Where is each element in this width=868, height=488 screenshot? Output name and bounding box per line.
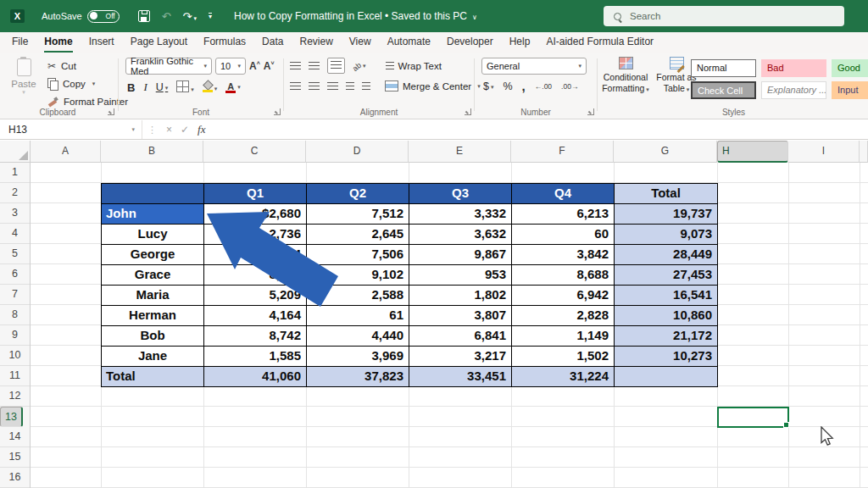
- column-header-g[interactable]: G: [614, 141, 717, 163]
- table-cell-value[interactable]: 3,842: [512, 245, 615, 265]
- table-cell-value[interactable]: 5,209: [204, 286, 307, 306]
- row-header-1[interactable]: 1: [0, 163, 30, 183]
- column-header-h[interactable]: H: [717, 141, 788, 163]
- table-header-q4[interactable]: Q4: [512, 184, 615, 204]
- customize-toolbar-icon[interactable]: ▾: [209, 13, 212, 19]
- column-header-a[interactable]: A: [31, 141, 101, 163]
- row-header-5[interactable]: 5: [0, 244, 30, 264]
- row-header-15[interactable]: 15: [0, 447, 30, 468]
- table-cell-total[interactable]: 10,860: [615, 306, 718, 326]
- redo-icon[interactable]: ↷ ▾: [183, 10, 197, 23]
- table-cell-value[interactable]: 8,742: [204, 326, 307, 347]
- row-header-9[interactable]: 9: [0, 325, 30, 346]
- table-cell-name-lucy[interactable]: Lucy: [102, 225, 204, 245]
- row-header-7[interactable]: 7: [0, 285, 30, 305]
- column-header-f[interactable]: F: [511, 141, 614, 163]
- table-header-q2[interactable]: Q2: [307, 184, 409, 204]
- table-cell-value[interactable]: 6,942: [512, 286, 615, 306]
- table-cell-value[interactable]: 8,688: [512, 265, 615, 286]
- table-cell-total[interactable]: [615, 367, 718, 387]
- borders-button[interactable]: [176, 80, 194, 94]
- table-cell-value[interactable]: 7,512: [307, 204, 409, 225]
- tab-home[interactable]: Home: [44, 32, 72, 53]
- table-cell-total[interactable]: 28,449: [615, 245, 718, 265]
- row-header-12[interactable]: 12: [0, 386, 30, 407]
- table-cell-value[interactable]: 4,440: [307, 326, 409, 347]
- insert-function-icon[interactable]: fx: [198, 123, 205, 136]
- font-size-select[interactable]: 10▾: [215, 58, 246, 75]
- style-good[interactable]: Good: [832, 59, 868, 77]
- table-cell-value[interactable]: 2,828: [512, 306, 615, 326]
- increase-indent-icon[interactable]: [362, 82, 370, 91]
- row-header-10[interactable]: 10: [0, 346, 30, 366]
- table-cell-value[interactable]: 6,841: [409, 326, 512, 347]
- search-input[interactable]: [628, 10, 801, 22]
- style-normal[interactable]: Normal: [691, 59, 756, 77]
- column-header-i[interactable]: I: [788, 141, 860, 163]
- tab-formulas[interactable]: Formulas: [203, 32, 246, 53]
- table-cell-name-total[interactable]: Total: [102, 367, 204, 387]
- table-cell-total[interactable]: 19,737: [615, 204, 718, 225]
- row-header-11[interactable]: 11: [0, 366, 30, 386]
- document-title[interactable]: How to Copy Formatting in Excel • Saved …: [234, 10, 477, 22]
- cancel-icon[interactable]: ×: [166, 124, 172, 136]
- cut-button[interactable]: ✂Cut: [47, 57, 128, 75]
- table-cell-value[interactable]: 1,802: [409, 286, 512, 306]
- table-corner-cell[interactable]: [102, 184, 204, 204]
- table-header-q3[interactable]: Q3: [409, 184, 512, 204]
- table-cell-value[interactable]: 3,807: [409, 306, 512, 326]
- tab-ai-aided-formula-editor[interactable]: AI-aided Formula Editor: [546, 32, 654, 53]
- tab-page-layout[interactable]: Page Layout: [131, 32, 187, 53]
- align-middle-icon[interactable]: [309, 62, 320, 70]
- column-header-d[interactable]: D: [306, 141, 409, 163]
- table-cell-value[interactable]: 3,969: [307, 347, 409, 367]
- table-cell-value[interactable]: 37,823: [307, 367, 409, 387]
- style-explanatory-[interactable]: Explanatory ...: [761, 81, 826, 99]
- autosave-toggle[interactable]: AutoSave Off: [42, 10, 120, 23]
- table-cell-value[interactable]: 953: [409, 265, 512, 286]
- increase-decimal-icon[interactable]: ←.00: [535, 82, 552, 91]
- column-header-c[interactable]: C: [203, 141, 306, 163]
- table-cell-value[interactable]: 6,213: [512, 204, 615, 225]
- style-check-cell[interactable]: Check Cell: [691, 81, 756, 99]
- row-header-14[interactable]: 14: [0, 427, 30, 447]
- alignment-dialog-launcher-icon[interactable]: [465, 108, 471, 115]
- formula-input[interactable]: [212, 120, 868, 139]
- table-cell-total[interactable]: 27,453: [615, 265, 718, 286]
- row-header-8[interactable]: 8: [0, 305, 30, 325]
- table-cell-value[interactable]: 2,736: [204, 225, 307, 245]
- tab-data[interactable]: Data: [262, 32, 283, 53]
- excel-logo-icon[interactable]: [10, 9, 25, 23]
- merge-center-button[interactable]: Merge & Center: [385, 80, 481, 92]
- table-cell-name-grace[interactable]: Grace: [102, 265, 204, 286]
- align-right-icon[interactable]: [327, 82, 338, 91]
- undo-icon[interactable]: ↶: [162, 10, 171, 23]
- row-header-4[interactable]: 4: [0, 224, 30, 244]
- bold-button[interactable]: B: [127, 81, 135, 94]
- table-cell-total[interactable]: 9,073: [615, 225, 718, 245]
- underline-button[interactable]: U: [156, 81, 169, 93]
- table-cell-value[interactable]: 3,332: [409, 204, 512, 225]
- enter-icon[interactable]: ✓: [181, 124, 189, 136]
- tab-review[interactable]: Review: [299, 32, 332, 53]
- table-cell-name-george[interactable]: George: [102, 245, 204, 265]
- align-center-icon[interactable]: [309, 82, 320, 91]
- italic-button[interactable]: I: [143, 80, 147, 94]
- table-cell-value[interactable]: 1,502: [512, 347, 615, 367]
- table-cell-name-maria[interactable]: Maria: [102, 286, 204, 306]
- wrap-text-button[interactable]: Wrap Text: [386, 61, 442, 71]
- table-cell-value[interactable]: 4,164: [204, 306, 307, 326]
- copy-button[interactable]: Copy: [47, 75, 128, 92]
- number-format-select[interactable]: General▾: [481, 58, 587, 75]
- table-cell-value[interactable]: 2,645: [307, 225, 409, 245]
- name-box[interactable]: H13▾: [0, 120, 142, 139]
- conditional-formatting-button[interactable]: Conditional Formatting ▾: [601, 57, 650, 93]
- font-color-button[interactable]: A: [225, 81, 241, 93]
- table-cell-value[interactable]: 31,224: [512, 367, 615, 387]
- table-cell-value[interactable]: $2,680: [204, 204, 307, 225]
- style-bad[interactable]: Bad: [761, 59, 826, 77]
- table-cell-total[interactable]: 10,273: [615, 347, 718, 367]
- tab-developer[interactable]: Developer: [447, 32, 493, 53]
- table-cell-total[interactable]: 16,541: [615, 286, 718, 306]
- fill-color-button[interactable]: [203, 81, 218, 94]
